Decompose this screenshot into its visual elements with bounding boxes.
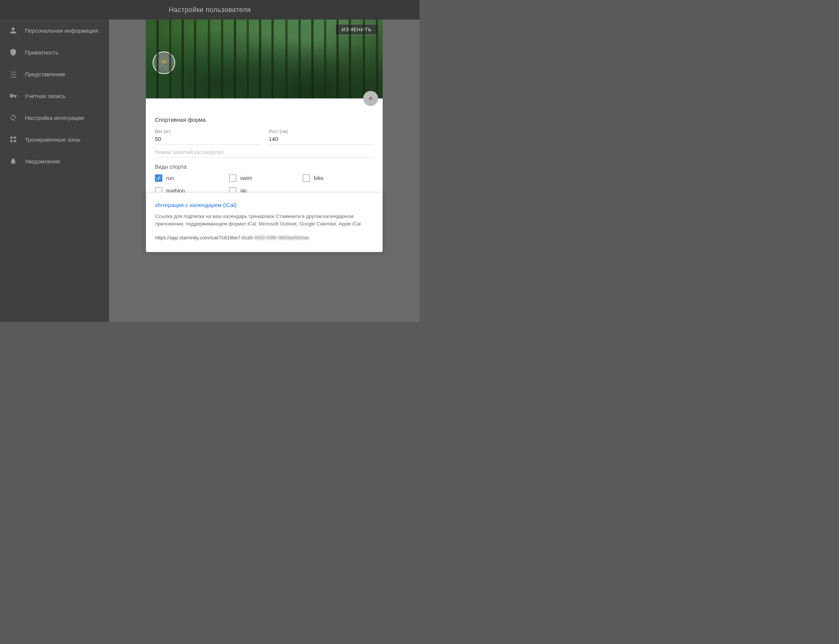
- checkbox-bike[interactable]: [303, 174, 310, 182]
- sport-swim[interactable]: swim: [229, 174, 300, 182]
- ical-title: Интерация с календарем (iCal): [155, 202, 373, 208]
- height-field: Рост (см) 140: [269, 129, 373, 145]
- sport-bike[interactable]: bike: [303, 174, 373, 182]
- fitness-section-title: Спортивная форма: [155, 117, 373, 123]
- sport-run[interactable]: run: [155, 174, 226, 182]
- sidebar-item-zones[interactable]: Тренировочные зоны: [0, 128, 109, 150]
- sidebar: Персональная информация Приватность Пред…: [0, 20, 109, 322]
- sport-swim-label: swim: [240, 175, 252, 181]
- ical-link[interactable]: https://app.staminity.com/ical/7c816be7-…: [155, 235, 373, 240]
- ical-panel: Интерация с календарем (iCal) Ссылка для…: [146, 192, 383, 252]
- checkbox-swim[interactable]: [229, 174, 237, 182]
- grid-icon: [9, 135, 17, 143]
- sidebar-label-account: Учетная запись: [25, 93, 66, 99]
- height-label: Рост (см): [269, 129, 373, 134]
- sidebar-item-privacy[interactable]: Приватность: [0, 41, 109, 63]
- sports-label: Виды спорта:: [155, 164, 373, 170]
- key-icon: [9, 92, 17, 100]
- sidebar-label-view: Представление: [25, 71, 66, 77]
- fitness-section: Спортивная форма Вес (кг) 50 Рост (см) 1…: [146, 109, 383, 202]
- sidebar-item-view[interactable]: Представление: [0, 63, 109, 85]
- avatar[interactable]: 🏃: [153, 51, 175, 74]
- top-bar: Настройки пользователя: [0, 0, 420, 20]
- sidebar-item-integration[interactable]: Настройка интеграции: [0, 107, 109, 128]
- sports-grid: run swim bike triathlon: [155, 174, 373, 195]
- sidebar-label-zones: Тренировочные зоны: [25, 136, 81, 143]
- weight-value[interactable]: 50: [155, 136, 260, 145]
- sidebar-item-personal[interactable]: Персональная информация: [0, 20, 109, 41]
- sport-run-label: run: [166, 175, 174, 181]
- weight-label: Вес (кг): [155, 129, 260, 134]
- weight-height-row: Вес (кг) 50 Рост (см) 140: [155, 129, 373, 145]
- weight-field: Вес (кг) 50: [155, 129, 260, 145]
- ical-link-visible: https://app.staminity.com/ical/7c816be7-…: [155, 235, 255, 240]
- page-title: Настройки пользователя: [169, 6, 251, 14]
- regime-field[interactable]: Режим занятий(час/неделю): [155, 149, 373, 158]
- refresh-icon: [9, 113, 17, 122]
- main-content: 🏃 ИЗМЕНИТЬ Спортивная форма Вес (кг) 50 …: [109, 20, 420, 322]
- add-photo-button[interactable]: [363, 91, 378, 106]
- bell-icon: [9, 157, 17, 165]
- ical-description: Ссылка для подписки на ваш календарь тре…: [155, 213, 373, 227]
- ical-link-blurred: 4002-03f0-3b03aef0d3ae: [255, 235, 309, 240]
- sidebar-label-privacy: Приватность: [25, 49, 58, 56]
- person-icon: [9, 26, 17, 34]
- view-icon: [9, 70, 17, 78]
- cover-image: 🏃 ИЗМЕНИТЬ: [146, 20, 383, 99]
- sidebar-label-integration: Настройка интеграции: [25, 115, 84, 121]
- sidebar-label-notifications: Уведомления: [25, 158, 60, 164]
- sidebar-label-personal: Персональная информация: [25, 28, 98, 34]
- sidebar-item-notifications[interactable]: Уведомления: [0, 150, 109, 172]
- sport-bike-label: bike: [314, 175, 324, 181]
- checkbox-run[interactable]: [155, 174, 162, 182]
- shield-icon: [9, 48, 17, 56]
- sidebar-item-account[interactable]: Учетная запись: [0, 85, 109, 107]
- change-cover-button[interactable]: ИЗМЕНИТЬ: [335, 24, 378, 35]
- height-value[interactable]: 140: [269, 136, 373, 145]
- avatar-image: 🏃: [153, 52, 174, 73]
